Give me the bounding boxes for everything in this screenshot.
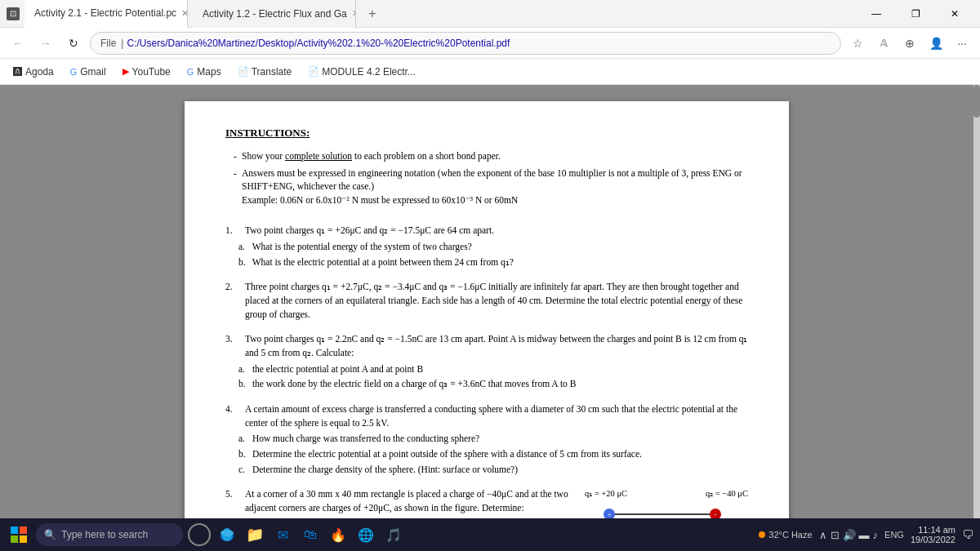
- tab-active-label: Activity 2.1 - Electric Potential.pc: [34, 7, 176, 19]
- q2-label: q₂ = −40 μC: [706, 487, 748, 500]
- taskbar-app1-icon[interactable]: 🔥: [327, 523, 350, 546]
- address-bar-icons: ☆ 𝔸 ⊕ 👤 ···: [846, 32, 973, 55]
- gmail-icon: G: [70, 67, 78, 77]
- extensions-icon[interactable]: ⊕: [898, 32, 921, 55]
- problem-4-num: 4.: [225, 402, 240, 429]
- problem-1-subs: a. What is the potential energy of the s…: [225, 240, 748, 269]
- address-input[interactable]: File | C:/Users/Danica%20Martinez/Deskto…: [90, 32, 841, 55]
- pdf-viewer[interactable]: INSTRUCTIONS: Show your complete solutio…: [0, 85, 973, 518]
- restore-button[interactable]: ❐: [897, 0, 934, 28]
- svg-point-21: [220, 530, 234, 536]
- address-text: C:/Users/Danica%20Martinez/Desktop/Activ…: [127, 38, 510, 49]
- address-bar: ← → ↻ File | C:/Users/Danica%20Martinez/…: [0, 28, 980, 59]
- forward-button[interactable]: →: [34, 32, 57, 55]
- module-icon: 📄: [308, 66, 319, 77]
- youtube-icon: ▶: [122, 66, 129, 77]
- pdf-instructions: Show your complete solution to each prob…: [225, 149, 748, 207]
- bookmark-agoda[interactable]: 🅰 Agoda: [7, 64, 60, 80]
- rectangle-diagram: q₁ = +20 μC q₂ = −40 μC + −: [585, 487, 748, 518]
- problem-5-text: At a corner of a 30 mm x 40 mm rectangle…: [245, 487, 577, 514]
- weather-icon: [759, 531, 765, 538]
- bookmark-module[interactable]: 📄 MODULE 4.2 Electr...: [301, 64, 422, 80]
- bookmark-translate[interactable]: 📄 Translate: [231, 64, 299, 80]
- tab-active[interactable]: Activity 2.1 - Electric Potential.pc ✕: [24, 0, 188, 28]
- instruction-item-2: Answers must be expressed in engineering…: [234, 167, 748, 207]
- maps-icon: G: [187, 67, 194, 77]
- bookmark-agoda-label: Agoda: [25, 66, 54, 78]
- problem-4: 4. A certain amount of excess charge is …: [225, 402, 748, 476]
- problem-4-sub-b: b. Determine the electric potential at a…: [238, 447, 748, 461]
- problem-1-sub-a: a. What is the potential energy of the s…: [238, 240, 748, 254]
- pdf-page: INSTRUCTIONS: Show your complete solutio…: [185, 101, 789, 518]
- network-icon[interactable]: ⊡: [831, 529, 840, 541]
- volume-icon[interactable]: 🔊: [843, 529, 856, 541]
- problem-4-sub-a: a. How much charge was transferred to th…: [238, 432, 748, 446]
- taskbar-files-icon[interactable]: 📁: [243, 523, 266, 546]
- close-button[interactable]: ✕: [936, 0, 973, 28]
- problem-2-num: 2.: [225, 280, 240, 321]
- svg-rect-16: [20, 527, 27, 534]
- tab-close-active[interactable]: ✕: [181, 8, 188, 19]
- bookmark-module-label: MODULE 4.2 Electr...: [322, 66, 416, 78]
- start-button[interactable]: [7, 522, 31, 547]
- scrollbar-thumb[interactable]: [973, 85, 980, 118]
- bookmark-gmail-label: Gmail: [80, 66, 105, 78]
- chevron-up-icon[interactable]: ∧: [819, 529, 827, 541]
- svg-text:−: −: [713, 510, 717, 518]
- media-icon[interactable]: ♪: [873, 529, 879, 541]
- search-icon: 🔍: [44, 529, 56, 540]
- problem-3-text: Two point charges q₁ = 2.2nC and q₂ = −1…: [245, 332, 748, 359]
- minimize-button[interactable]: —: [858, 0, 895, 28]
- notifications-icon[interactable]: 🗨: [962, 528, 973, 541]
- problem-3-num: 3.: [225, 332, 240, 359]
- settings-more-icon[interactable]: ···: [951, 32, 973, 55]
- bookmark-maps[interactable]: G Maps: [180, 64, 228, 80]
- problem-4-subs: a. How much charge was transferred to th…: [225, 432, 748, 476]
- problem-5-row: 5. At a corner of a 30 mm x 40 mm rectan…: [225, 487, 748, 518]
- weather-text: 32°C Haze: [768, 530, 812, 540]
- agoda-icon: 🅰: [13, 67, 22, 77]
- problem-3-subs: a. the electric potential at point A and…: [225, 362, 748, 391]
- profile-avatar[interactable]: 👤: [924, 32, 947, 55]
- read-aloud-icon[interactable]: 𝔸: [872, 32, 895, 55]
- taskbar-spotify-icon[interactable]: 🎵: [382, 523, 405, 546]
- new-tab-button[interactable]: +: [361, 2, 384, 25]
- problem-2-text: Three point charges q₁ = +2.7μC, q₂ = −3…: [245, 280, 748, 321]
- tab-inactive[interactable]: Activity 1.2 - Electric Flux and Ga ✕: [193, 0, 356, 28]
- battery-icon[interactable]: ▬: [859, 529, 870, 541]
- file-label: File: [100, 38, 116, 49]
- problem-1: 1. Two point charges q₁ = +26μC and q₂ =…: [225, 224, 748, 269]
- title-bar-left: ⊡ Activity 2.1 - Electric Potential.pc ✕…: [7, 0, 384, 28]
- translate-icon: 📄: [238, 66, 249, 77]
- bookmark-youtube[interactable]: ▶ YouTube: [116, 64, 177, 80]
- back-button[interactable]: ←: [7, 32, 29, 55]
- bookmark-gmail[interactable]: G Gmail: [64, 64, 113, 80]
- taskbar-search[interactable]: 🔍 Type here to search: [36, 523, 183, 546]
- problem-4-sub-c: c. Determine the charge density of the s…: [238, 463, 748, 477]
- problem-2: 2. Three point charges q₁ = +2.7μC, q₂ =…: [225, 280, 748, 321]
- problem-5-num: 5.: [225, 487, 240, 514]
- weather-section: 32°C Haze: [759, 530, 812, 540]
- search-placeholder: Type here to search: [61, 529, 148, 540]
- taskview-button[interactable]: [188, 523, 211, 546]
- instruction-item-1: Show your complete solution to each prob…: [234, 149, 748, 163]
- system-tray: ∧ ⊡ 🔊 ▬ ♪ ENG: [819, 529, 904, 541]
- svg-rect-17: [11, 535, 18, 543]
- tab-close-inactive[interactable]: ✕: [352, 8, 356, 19]
- taskbar-right: 32°C Haze ∧ ⊡ 🔊 ▬ ♪ ENG 11:14 am 19/03/2…: [759, 525, 973, 544]
- taskbar-edge-icon[interactable]: [216, 523, 238, 546]
- problem-3: 3. Two point charges q₁ = 2.2nC and q₂ =…: [225, 332, 748, 391]
- taskbar-store-icon[interactable]: 🛍: [299, 523, 322, 546]
- bookmark-maps-label: Maps: [197, 66, 220, 78]
- diagram-svg: + − + B 3: [585, 502, 748, 519]
- q1-label: q₁ = +20 μC: [585, 487, 627, 500]
- problem-1-num: 1.: [225, 224, 240, 238]
- taskbar-app2-icon[interactable]: 🌐: [354, 523, 377, 546]
- scrollbar-track[interactable]: [973, 85, 980, 518]
- refresh-button[interactable]: ↻: [62, 32, 85, 55]
- svg-text:+: +: [607, 510, 611, 518]
- date-display: 19/03/2022: [911, 535, 956, 544]
- taskbar-mail-icon[interactable]: ✉: [271, 523, 294, 546]
- clock[interactable]: 11:14 am 19/03/2022: [911, 525, 956, 544]
- favorites-icon[interactable]: ☆: [846, 32, 869, 55]
